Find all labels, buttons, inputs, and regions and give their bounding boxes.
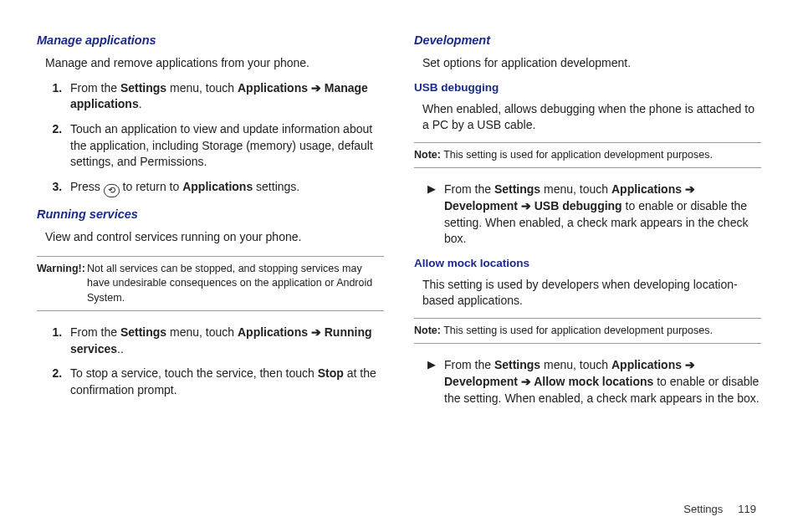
note-text: This setting is used for application dev… (441, 325, 713, 336)
warning-text: Not all services can be stopped, and sto… (87, 262, 384, 306)
intro-running-services: View and control services running on you… (45, 229, 384, 246)
subheading-usb-debugging: USB debugging (414, 80, 761, 96)
bold: Stop (318, 366, 344, 380)
play-icon: ▶ (427, 182, 444, 247)
heading-manage-applications: Manage applications (37, 32, 384, 49)
steps-manage-apps: From the Settings menu, touch Applicatio… (37, 80, 384, 197)
step-1: From the Settings menu, touch Applicatio… (65, 325, 384, 357)
text: Press (70, 180, 104, 193)
text: To stop a service, touch the service, th… (70, 366, 318, 380)
bullet-step-usb: ▶ From the Settings menu, touch Applicat… (427, 182, 761, 247)
step-2: To stop a service, touch the service, th… (65, 366, 384, 398)
right-column: Development Set options for application … (414, 25, 761, 494)
note-box-1: Note: This setting is used for applicati… (414, 142, 761, 169)
return-icon: ⟲ (104, 184, 120, 197)
note-text: This setting is used for application dev… (441, 149, 713, 161)
text: menu, touch (540, 358, 611, 371)
left-column: Manage applications Manage and remove ap… (37, 25, 384, 494)
text-allow-mock: This setting is used by developers when … (422, 277, 761, 309)
text: menu, touch (166, 81, 238, 95)
footer-page-number: 119 (738, 503, 756, 515)
text: From the (444, 182, 494, 196)
heading-development: Development (414, 32, 761, 49)
note-label: Note: (414, 149, 441, 161)
intro-manage-apps: Manage and remove applications from your… (45, 55, 384, 72)
bold: Settings (120, 81, 166, 95)
warning-box: Warning!: Not all services can be stoppe… (37, 256, 384, 312)
bold: Settings (120, 325, 166, 339)
bold: Settings (494, 182, 540, 196)
intro-development: Set options for application development. (422, 55, 761, 72)
heading-running-services: Running services (37, 206, 384, 223)
subheading-allow-mock: Allow mock locations (414, 256, 761, 272)
text: From the (70, 325, 120, 339)
text: menu, touch (540, 182, 611, 196)
text: settings. (253, 180, 299, 193)
note-label: Note: (414, 325, 441, 336)
bullet-text: From the Settings menu, touch Applicatio… (444, 182, 761, 247)
text: From the (70, 81, 120, 95)
step-3: Press ⟲ to return to Applications settin… (65, 179, 384, 197)
step-1: From the Settings menu, touch Applicatio… (65, 80, 384, 113)
warning-label: Warning!: (37, 262, 87, 306)
page-columns: Manage applications Manage and remove ap… (0, 0, 798, 502)
text: to return to (120, 180, 182, 193)
note-box-2: Note: This setting is used for applicati… (414, 318, 761, 345)
bullet-text: From the Settings menu, touch Applicatio… (444, 357, 761, 407)
play-icon: ▶ (427, 357, 444, 407)
page-footer: Settings119 (683, 503, 756, 515)
step-2: Touch an application to view and update … (65, 121, 384, 171)
bullet-step-mock: ▶ From the Settings menu, touch Applicat… (427, 357, 761, 407)
text-usb-debugging: When enabled, allows debugging when the … (422, 101, 761, 134)
text: .. (117, 342, 124, 356)
text: From the (444, 358, 494, 371)
bold: Applications (182, 180, 253, 193)
text: . (139, 97, 142, 110)
steps-running-services: From the Settings menu, touch Applicatio… (37, 325, 384, 398)
footer-section: Settings (683, 503, 723, 515)
bold: Settings (494, 358, 540, 371)
text: menu, touch (166, 325, 238, 339)
